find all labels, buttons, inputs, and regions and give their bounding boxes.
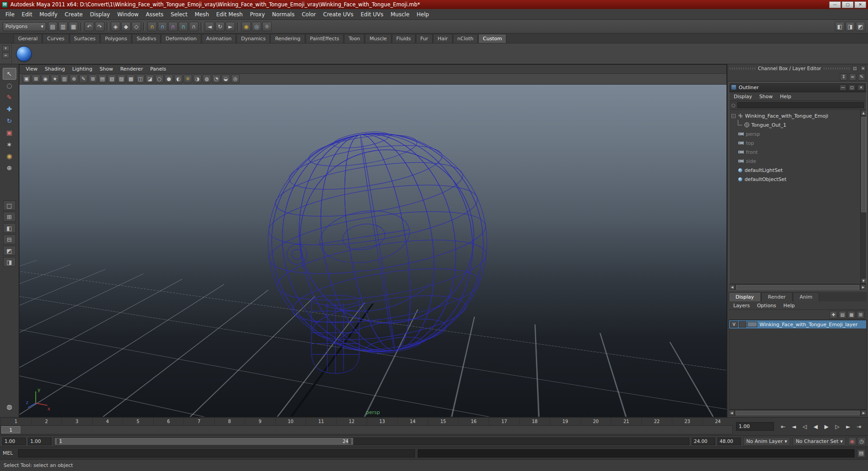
outliner-horizontal-scrollbar[interactable]: ◀ ▶ [729,284,866,290]
scroll-left-icon[interactable]: ◀ [729,284,735,290]
toggle-modeling-panel-icon[interactable]: ◧ [835,22,844,31]
layer-editor-tab[interactable]: Anim [793,292,819,301]
status-icon[interactable] [237,22,239,31]
render-current-frame-icon[interactable]: ◉ [241,22,251,31]
layer-row[interactable]: V Winking_Face_with_Tongue_Emoji_layer [729,320,866,328]
playback-start-field[interactable]: 1.00 [28,438,52,445]
textured-display-icon[interactable]: ◐ [174,75,183,83]
new-empty-layer-icon[interactable]: ▤ [839,311,846,319]
outliner-maximize-button[interactable]: ▢ [849,85,855,90]
play-backwards-button[interactable]: ◀ [811,422,820,431]
frame-tick[interactable]: 3 [61,418,92,425]
layer-editor-tab[interactable]: Render [761,292,793,301]
frame-tick[interactable]: 24 [703,418,733,425]
scroll-down-icon[interactable]: ▼ [861,278,867,284]
outliner-item[interactable]: − Winking_Face_with_Tongue_Emoji [731,111,859,120]
menu-item[interactable]: Create UVs [320,10,357,19]
status-icon[interactable] [201,22,203,31]
scroll-left-icon[interactable]: ◀ [729,410,735,416]
scroll-right-icon[interactable]: ▶ [861,410,867,416]
outliner-item[interactable]: Tongue_Out_1 [731,120,859,129]
go-to-start-button[interactable]: ⇤ [778,422,788,431]
channel-speed-icon[interactable]: ≈ [849,73,856,81]
menu-item[interactable]: Proxy [246,10,269,19]
layer-editor-menu-item[interactable]: Layers [730,302,753,309]
last-tool-button[interactable]: ◍ [3,401,16,413]
panel-menu-item[interactable]: Lighting [69,65,96,73]
shelf-tab[interactable]: PaintEffects [306,34,344,43]
outliner-item[interactable]: defaultLightSet [731,166,859,175]
render-settings-icon[interactable]: ☼ [262,22,272,31]
grid-toggle-icon[interactable]: ⊞ [89,75,97,83]
step-forward-frame-button[interactable]: ► [844,422,853,431]
panel-menu-item[interactable]: Panels [146,65,170,73]
step-back-key-button[interactable]: ◁ [800,422,809,431]
layer-editor-menu-item[interactable]: Options [753,302,779,309]
construction-history-icon[interactable]: ↻ [215,22,225,31]
panel-menu-item[interactable]: Show [96,65,117,73]
animation-preferences-icon[interactable]: ◷ [858,437,866,445]
selection-mode-dropdown[interactable]: Polygons ▾ [3,22,46,31]
animation-end-field[interactable]: 48.00 [717,438,741,445]
universal-manipulator-tool[interactable]: ∗ [3,138,16,150]
show-manipulator-tool[interactable]: ⊕ [3,162,16,174]
auto-keyframe-icon[interactable]: ◉ [848,437,856,445]
frame-tick[interactable]: 16 [458,418,489,425]
redo-icon[interactable]: ↷ [95,22,104,31]
channelbox-header[interactable]: Channel Box / Layer Editor □ ✕ [727,64,868,72]
film-gate-icon[interactable]: ▤ [98,75,107,83]
outliner-item[interactable]: top [731,138,859,147]
layer-editor-tab[interactable]: Display [729,292,761,301]
field-chart-icon[interactable]: ▩ [127,75,135,83]
shelf-tab[interactable]: Subdivs [132,34,160,43]
menu-item[interactable]: Color [298,10,319,19]
gate-mask-icon[interactable]: ▨ [117,75,126,83]
shelf-tab[interactable]: Dynamics [236,34,270,43]
shaded-display-icon[interactable]: ● [165,75,173,83]
outliner-close-button[interactable]: ✕ [858,85,864,90]
menu-item[interactable]: Normals [269,10,298,19]
frame-tick[interactable]: 9 [245,418,275,425]
persp-uv-layout-button[interactable]: ◨ [3,257,16,267]
current-frame-marker[interactable]: 1 [1,426,20,433]
single-pane-layout-button[interactable]: □ [3,200,16,210]
viewport[interactable]: y x z persp [19,85,726,417]
shelf-tab[interactable]: Custom [478,34,506,43]
menu-item[interactable]: Mesh [191,10,213,19]
frame-tick[interactable]: 6 [153,418,184,425]
range-end-handle[interactable] [349,438,351,444]
outliner-minimize-button[interactable]: — [840,85,846,90]
status-icon[interactable] [107,22,108,31]
frame-tick[interactable]: 18 [519,418,550,425]
range-slider-track[interactable]: 1 24 [54,438,689,445]
frame-tick[interactable]: 21 [611,418,642,425]
select-hierarchy-icon[interactable]: ◈ [111,22,120,31]
safe-action-icon[interactable]: ◫ [136,75,145,83]
soft-modification-tool[interactable]: ◉ [3,150,16,162]
menu-item[interactable]: Modify [36,10,61,19]
shelf-tab[interactable]: General [14,34,42,43]
frame-tick[interactable]: 15 [428,418,458,425]
scrollbar-thumb[interactable] [736,285,859,290]
frame-tick[interactable]: 2 [31,418,62,425]
outliner-item[interactable]: defaultObjectSet [731,175,859,184]
frame-tick[interactable]: 11 [306,418,336,425]
motion-blur-icon[interactable]: ◔ [212,75,221,83]
new-layer-assign-icon[interactable]: ⊞ [857,311,864,319]
anim-layer-dropdown[interactable]: No Anim Layer ▾ [743,437,790,446]
shelf-tab[interactable]: Hair [433,34,453,43]
menu-item[interactable]: File [2,10,18,19]
frame-tick[interactable]: 20 [580,418,611,425]
snap-to-view-plane-icon[interactable]: ∩ [189,22,198,31]
frame-tick[interactable]: 17 [489,418,519,425]
layer-add-icon[interactable]: ✚ [830,311,837,319]
menu-item[interactable]: Select [167,10,191,19]
frame-tick[interactable]: 8 [214,418,245,425]
command-line-label[interactable]: MEL [3,450,15,456]
layer-color-swatch[interactable] [747,322,757,327]
resolution-gate-icon[interactable]: ▧ [108,75,116,83]
panel-menu-item[interactable]: Renderer [117,65,146,73]
shelf-arrow-icon[interactable]: ▾ [2,45,9,51]
scrollbar-thumb[interactable] [861,117,866,212]
persp-outliner-layout-button[interactable]: ◧ [3,223,16,233]
